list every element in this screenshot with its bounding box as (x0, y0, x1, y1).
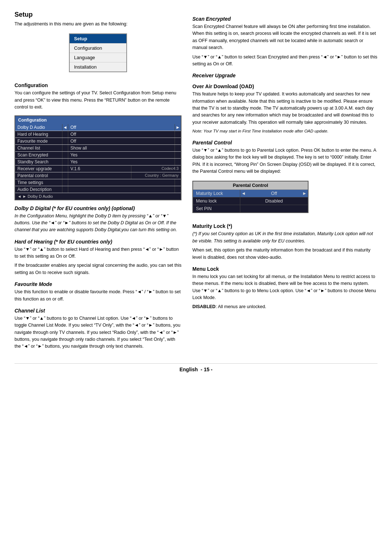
setup-menu-item-language[interactable]: Language (70, 53, 126, 62)
favourite-body: Use this function to enable or disable f… (15, 289, 181, 303)
parental-control-body1: Use “▼” or “▲” buttons to go to Parental… (192, 147, 377, 175)
hard-of-hearing-body: Use “▼” or “▲” button to select Hard of … (15, 246, 181, 260)
configuration-title: Configuration (15, 82, 181, 88)
setup-title: Setup (15, 11, 181, 19)
oad-body1: This feature helps to keep your TV updat… (192, 91, 377, 126)
config-row-favourite: Favourite mode Off (15, 138, 181, 145)
footer-label: English (179, 367, 198, 372)
menu-lock-disabled-desc: : All menus are unlocked. (216, 304, 266, 309)
config-table-footer: ◄ ► Dolby D Audio (15, 193, 181, 200)
menu-lock-disabled-label: DISABLED (192, 304, 216, 309)
configuration-body: You can configure the settings of your T… (15, 90, 181, 111)
config-row-hearing: Hard of Hearing Off (15, 131, 181, 138)
config-row-scan-encrypted: Scan Encrypted Yes (15, 152, 181, 159)
config-row-channel-list: Channel list Show all (15, 145, 181, 152)
config-cell-dolby-right: ► (175, 124, 181, 131)
receiver-upgrade-title: Receiver Upgrade (192, 73, 377, 78)
setup-menu-item-configuration[interactable]: Configuration (70, 44, 126, 53)
scan-encrypted-body1: Scan Encrypted Channel feature will alwa… (192, 23, 377, 52)
setup-intro: The adjustments in this menu are given a… (15, 21, 181, 28)
config-row-receiver: Receiver upgrade V.1.6 Codec4:3 (15, 165, 181, 172)
favourite-title: Favourite Mode (15, 281, 181, 287)
dolby-title: Dolby D Digital (* for EU countries only… (15, 205, 181, 211)
oad-note: Note: Your TV may start in First Time In… (192, 128, 377, 135)
maturity-lock-title: Maturity Lock (*) (192, 223, 377, 229)
menu-lock-title: Menu Lock (192, 266, 377, 272)
hard-of-hearing-title: Hard of Hearing (* for EU countries only… (15, 239, 181, 245)
config-row-parental: Parental control Country : Germany (15, 172, 181, 179)
channel-list-body: Use “▼” or “▲” buttons to go to Channel … (15, 315, 181, 350)
parental-control-table: Parental Control Maturity Lock ◄ Off ► M… (192, 181, 309, 213)
footer-page: - 15 - (201, 367, 213, 372)
channel-list-title: Channel List (15, 308, 181, 314)
config-cell-dolby-left: ◄ (62, 124, 68, 131)
parental-control-title: Parental Control (192, 140, 377, 146)
setup-menu-item-installation[interactable]: Installation (70, 62, 126, 71)
config-row-audio-desc: Audio Description (15, 186, 181, 193)
config-row-standby: Standby Search Yes (15, 159, 181, 165)
page-footer: English - 15 - (15, 363, 377, 372)
maturity-lock-body2: When set, this option gets the maturity … (192, 247, 377, 261)
setup-menu-item-setup[interactable]: Setup (70, 34, 126, 44)
hard-of-hearing-body2: If the broadcaster enables any special s… (15, 262, 181, 276)
parental-row-maturity: Maturity Lock ◄ Off ► (193, 190, 308, 197)
parental-table-header: Parental Control (193, 181, 308, 190)
parental-row-menu-lock: Menu lock Disabled (193, 197, 308, 205)
menu-lock-body1: In menu lock you can set locking for all… (192, 273, 377, 302)
scan-encrypted-body2: Use “▼” or “▲” button to select Scan Enc… (192, 54, 377, 68)
maturity-lock-body1: (*) If you set Country option as UK in t… (192, 230, 377, 245)
dolby-body: In the Configuration Menu, highlight the… (15, 213, 177, 233)
config-cell-dolby-name: Dolby D Audio (15, 124, 62, 131)
config-row-time: Time settings (15, 179, 181, 186)
config-table-header: Configuration (15, 116, 181, 124)
config-cell-hearing-name: Hard of Hearing (15, 131, 62, 138)
menu-lock-disabled-text: DISABLED: All menus are unlocked. (192, 303, 377, 310)
oad-title: Over Air Download (OAD) (192, 83, 377, 89)
setup-menu: Setup Configuration Language Installatio… (69, 33, 127, 72)
config-row-dolby: Dolby D Audio ◄ Off ► (15, 124, 181, 131)
parental-row-set-pin: Set PIN (193, 205, 308, 212)
configuration-table: Configuration Dolby D Audio ◄ Off ► Hard… (15, 115, 181, 200)
scan-encrypted-title: Scan Encrypted (192, 16, 377, 22)
config-cell-dolby-value: Off (68, 124, 175, 131)
